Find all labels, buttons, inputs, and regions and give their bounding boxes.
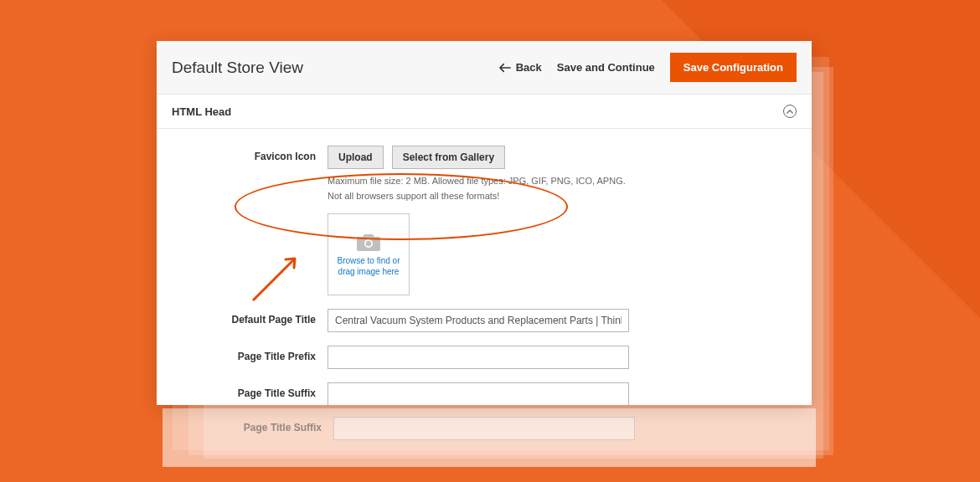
favicon-row: Favicon Icon Upload Select from Gallery …	[172, 146, 797, 295]
default-page-title-label: Default Page Title	[172, 309, 316, 326]
svg-point-1	[366, 241, 372, 247]
arrow-left-icon	[499, 63, 511, 73]
save-configuration-button[interactable]: Save Configuration	[670, 53, 797, 82]
favicon-hint-1: Maximum file size: 2 MB. Allowed file ty…	[328, 174, 629, 189]
config-panel: Default Store View Back Save and Continu…	[157, 41, 812, 405]
section-title: HTML Head	[172, 105, 231, 118]
back-label: Back	[516, 61, 542, 74]
favicon-dropzone[interactable]: Browse to find or drag image here	[328, 213, 410, 295]
favicon-label: Favicon Icon	[172, 146, 316, 162]
page-title-suffix-label: Page Title Suffix	[172, 382, 316, 399]
camera-icon	[356, 232, 381, 252]
page-title-prefix-row: Page Title Prefix	[172, 346, 797, 369]
default-page-title-row: Default Page Title	[172, 309, 797, 332]
page-title-suffix-row: Page Title Suffix	[172, 382, 797, 405]
page-title-suffix-input[interactable]	[328, 382, 629, 405]
chevron-up-icon	[787, 110, 793, 114]
back-button[interactable]: Back	[499, 61, 542, 74]
save-and-continue-button[interactable]: Save and Continue	[557, 61, 655, 74]
form-area: Favicon Icon Upload Select from Gallery …	[157, 129, 812, 405]
ghost-panel: Page Title Suffix	[162, 408, 816, 467]
ghost-field-label: Page Title Suffix	[178, 417, 322, 440]
ghost-field-input	[333, 417, 635, 440]
favicon-controls: Upload Select from Gallery Maximum file …	[328, 146, 629, 295]
page-title-prefix-label: Page Title Prefix	[172, 346, 316, 362]
collapse-toggle[interactable]	[783, 105, 797, 118]
panel-header: Default Store View Back Save and Continu…	[157, 41, 812, 95]
page-title-prefix-input[interactable]	[328, 346, 629, 369]
favicon-hint-2: Not all browsers support all these forma…	[328, 189, 629, 204]
header-actions: Back Save and Continue Save Configuratio…	[499, 53, 797, 82]
select-from-gallery-button[interactable]: Select from Gallery	[392, 146, 505, 169]
dropzone-text: Browse to find or drag image here	[333, 255, 404, 277]
upload-button[interactable]: Upload	[328, 146, 384, 169]
section-header[interactable]: HTML Head	[157, 95, 812, 129]
page-title: Default Store View	[172, 59, 303, 77]
default-page-title-input[interactable]	[328, 309, 629, 332]
